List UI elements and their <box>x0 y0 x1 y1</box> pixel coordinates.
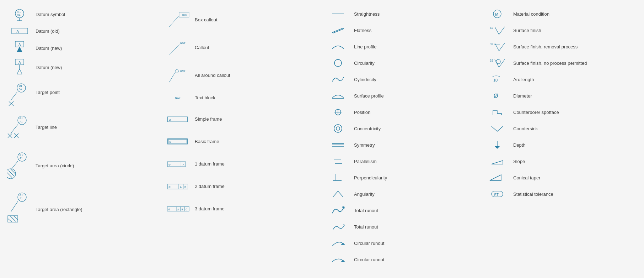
target-point-label: Target point <box>36 90 60 95</box>
svg-text:Ø1: Ø1 <box>20 154 23 156</box>
svg-line-108 <box>499 27 505 35</box>
simple-frame-label: Simple frame <box>195 116 222 122</box>
svg-text:Ø1: Ø1 <box>20 194 23 196</box>
list-item: Ø Simple frame <box>166 111 318 127</box>
list-item: Circular runout <box>326 236 478 250</box>
svg-text:A: A <box>18 61 21 64</box>
box-callout-label: Box callout <box>195 17 218 22</box>
svg-marker-9 <box>17 47 22 52</box>
diameter-label: Diameter <box>513 93 532 99</box>
svg-text:A1: A1 <box>20 120 23 123</box>
list-item: Angularity <box>326 187 478 201</box>
svg-text:A1: A1 <box>20 157 23 159</box>
list-item: Text All around callout <box>166 63 318 88</box>
list-item: 32 Surface finish, no process permitted <box>485 56 637 70</box>
2-datum-frame-label: 2 datum frame <box>195 184 225 189</box>
svg-text:Ø: Ø <box>169 140 171 143</box>
straightness-label: Straightness <box>354 11 380 17</box>
svg-line-97 <box>338 191 343 197</box>
svg-text:ST: ST <box>494 193 499 197</box>
list-item: Total runout <box>326 204 478 217</box>
column-callouts: Text Box callout Text Callout Text <box>163 7 322 271</box>
slope-label: Slope <box>513 159 525 164</box>
datum-old-label: Datum (old) <box>36 28 60 34</box>
column-additional: M Material condition 32 Surface finish <box>481 7 640 271</box>
svg-text:Ø: Ø <box>168 163 171 166</box>
depth-icon <box>485 140 510 150</box>
list-item: Position <box>326 105 478 119</box>
target-line-label: Target line <box>36 125 57 130</box>
svg-text:32: 32 <box>490 42 493 46</box>
datum-old-icon: - A - <box>7 27 32 35</box>
flatness-icon <box>326 25 350 35</box>
svg-text:A: A <box>183 163 184 166</box>
svg-text:10: 10 <box>493 78 498 82</box>
perpendicularity-label: Perpendicularity <box>354 175 387 180</box>
basic-frame-label: Basic frame <box>195 139 219 144</box>
arc-length-icon: 10 <box>485 74 510 84</box>
svg-line-44 <box>14 216 18 220</box>
list-item: Ø1 A1 Target area (circle) <box>7 149 159 186</box>
diameter-icon: Ø <box>485 91 510 101</box>
datum-new1-icon: A <box>7 41 32 56</box>
list-item: Flatness <box>326 23 478 37</box>
list-item: Ø1 A1 Target area (rectangle) <box>7 189 159 230</box>
total-runout2-label: Total runout <box>354 224 378 230</box>
list-item: Total runout <box>326 220 478 234</box>
position-icon <box>326 107 350 117</box>
surface-finish-removal-label: Surface finish, removal process <box>513 44 578 49</box>
list-item: Cylindricity <box>326 73 478 86</box>
list-item: Ø A 1 datum frame <box>166 156 318 172</box>
svg-marker-121 <box>492 161 503 164</box>
callout-label: Callout <box>195 45 209 50</box>
svg-line-49 <box>169 44 180 54</box>
surface-finish-removal-icon: 32 <box>485 40 510 53</box>
target-line-icon: Ø1 A1 <box>7 114 32 146</box>
position-label: Position <box>354 110 370 115</box>
cylindricity-icon <box>326 74 350 84</box>
svg-line-24 <box>11 125 18 133</box>
angularity-label: Angularity <box>354 192 375 197</box>
list-item: Slope <box>485 154 637 168</box>
arc-length-label: Arc length <box>513 77 534 82</box>
main-container: Ø1 A1 Datum symbol - A - Datum (old) <box>0 0 644 278</box>
statistical-tolerance-icon: ST <box>485 189 510 199</box>
surface-finish-no-process-icon: 32 <box>485 57 510 69</box>
text-block-label: Text block <box>195 95 215 100</box>
svg-line-107 <box>495 27 499 35</box>
parallelism-icon <box>326 156 350 166</box>
svg-text:C: C <box>186 208 187 210</box>
list-item: Ø Diameter <box>485 89 637 103</box>
parallelism-label: Parallelism <box>354 159 377 164</box>
target-area-circle-icon: Ø1 A1 <box>7 151 32 186</box>
svg-line-35 <box>9 171 14 176</box>
1-datum-frame-icon: Ø A <box>166 159 191 169</box>
surface-profile-label: Surface profile <box>354 93 384 99</box>
total-runout1-icon <box>326 205 350 215</box>
svg-line-47 <box>169 16 179 27</box>
target-area-circle-label: Target area (circle) <box>36 163 74 168</box>
list-item: ST Statistical tolerance <box>485 187 637 201</box>
svg-marker-102 <box>342 243 344 245</box>
column-gdt: Straightness Flatness <box>322 7 481 271</box>
3-datum-frame-label: 3 datum frame <box>195 206 225 211</box>
box-callout-icon: Text <box>166 8 191 31</box>
list-item: Line profile <box>326 40 478 53</box>
callout-icon: Text <box>166 36 191 59</box>
list-item: Conical taper <box>485 171 637 184</box>
all-around-callout-label: All around callout <box>195 73 230 78</box>
svg-text:A: A <box>180 185 182 188</box>
svg-point-87 <box>334 125 342 132</box>
material-condition-icon: M <box>485 9 510 19</box>
list-item: Ø Basic frame <box>166 133 318 150</box>
3-datum-frame-icon: Ø A B C <box>166 204 191 214</box>
list-item: A Datum (new) <box>7 41 159 56</box>
list-item: Ø1 A1 Target line <box>7 112 159 146</box>
svg-line-42 <box>8 219 12 222</box>
concentricity-label: Concentricity <box>354 126 381 131</box>
list-item: - A - Datum (old) <box>7 24 159 38</box>
list-item: Text Callout <box>166 35 318 60</box>
list-item: Counterbore/ spotface <box>485 105 637 119</box>
list-item: Countersink <box>485 122 637 135</box>
list-item: Text Box callout <box>166 7 318 32</box>
